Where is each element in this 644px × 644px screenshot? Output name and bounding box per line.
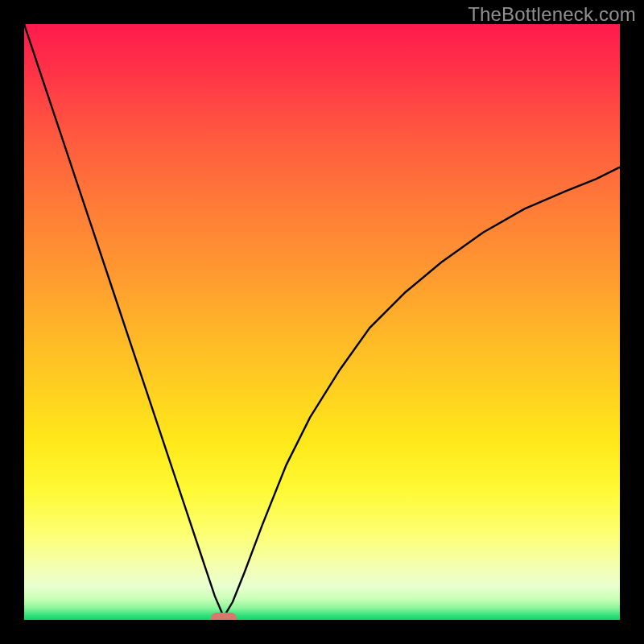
bottleneck-curve (24, 24, 620, 620)
watermark-text: TheBottleneck.com (468, 3, 636, 26)
plot-area (24, 24, 620, 620)
curve-path (24, 24, 620, 617)
chart-frame: TheBottleneck.com (0, 0, 644, 644)
optimal-marker (211, 613, 237, 620)
